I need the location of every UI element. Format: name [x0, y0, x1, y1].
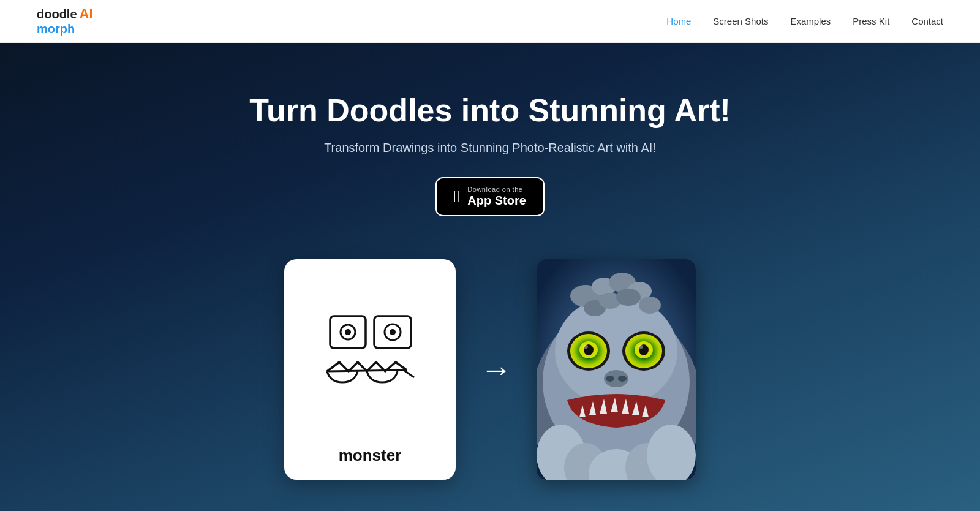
arrow-icon: → — [480, 351, 512, 388]
apple-icon:  — [454, 188, 460, 205]
doodle-drawing — [296, 278, 443, 440]
svg-point-31 — [606, 376, 614, 382]
nav-press-kit[interactable]: Press Kit — [853, 16, 889, 26]
monster-photo — [537, 259, 696, 480]
nav-screenshots[interactable]: Screen Shots — [713, 16, 768, 26]
logo-doodle: doodleAI — [37, 7, 93, 21]
logo-morph: morph — [37, 22, 93, 36]
nav-links: Home Screen Shots Examples Press Kit Con… — [666, 16, 943, 27]
demo-arrow: → — [480, 351, 512, 388]
svg-point-2 — [345, 329, 351, 335]
svg-line-6 — [327, 370, 407, 371]
svg-point-19 — [616, 289, 641, 306]
logo[interactable]: doodleAI morph — [37, 7, 93, 35]
demo-row: monster → — [284, 259, 696, 480]
svg-point-24 — [583, 345, 588, 349]
hero-section: Turn Doodles into Stunning Art! Transfor… — [0, 43, 980, 511]
nav-home[interactable]: Home — [666, 16, 691, 26]
svg-point-16 — [639, 297, 661, 314]
svg-point-5 — [390, 329, 396, 335]
doodle-card: monster — [284, 259, 456, 480]
svg-point-32 — [618, 376, 627, 382]
nav-examples[interactable]: Examples — [790, 16, 831, 26]
hero-title: Turn Doodles into Stunning Art! — [249, 92, 731, 129]
app-store-button[interactable]:  Download on the App Store — [435, 177, 545, 216]
svg-line-7 — [404, 370, 414, 377]
logo-ai: AI — [80, 6, 93, 21]
app-store-small-text: Download on the — [467, 186, 522, 193]
svg-point-29 — [638, 345, 643, 349]
app-store-large-text: App Store — [467, 193, 526, 208]
hero-subtitle: Transform Drawings into Stunning Photo-R… — [324, 141, 656, 155]
nav-contact[interactable]: Contact — [911, 16, 943, 26]
doodle-label: monster — [339, 446, 402, 465]
navbar: doodleAI morph Home Screen Shots Example… — [0, 0, 980, 43]
